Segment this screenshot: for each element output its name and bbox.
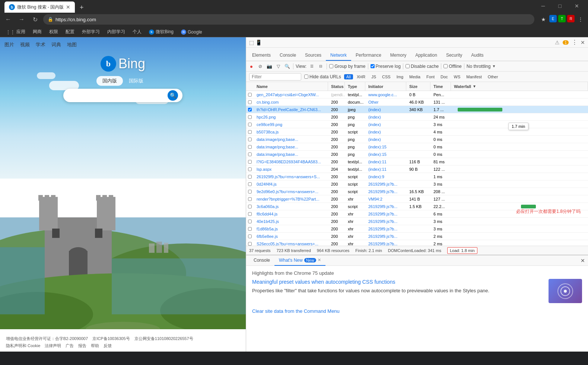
filter-doc[interactable]: Doc [438, 74, 450, 79]
filter-media[interactable]: Media [407, 74, 423, 79]
table-row[interactable]: lsp.aspx204text/pl...(index):1190 B122 .… [246, 166, 588, 173]
filter-all[interactable]: All [344, 74, 353, 79]
group-checkbox-input[interactable] [329, 64, 333, 68]
row-checkbox[interactable] [248, 93, 252, 97]
bookmark-item[interactable]: 个人 [130, 28, 144, 36]
row-checkbox[interactable] [248, 123, 252, 126]
section-title[interactable]: Meaningful preset values when autocomple… [252, 279, 582, 285]
preserve-log-checkbox[interactable]: Preserve log [371, 64, 401, 69]
tab-memory[interactable]: Memory [386, 50, 411, 61]
th-initiator[interactable]: Initiator [365, 82, 406, 91]
ext-icon-4[interactable]: ⋮ [576, 15, 585, 24]
tab-security[interactable]: Security [442, 50, 467, 61]
table-row[interactable]: gen_2047atyp=csi&ei=CbgeXfW...(pendi...t… [246, 91, 588, 98]
filter-xhr[interactable]: XHR [355, 74, 368, 79]
waterfall-sort-icon[interactable]: ▼ [473, 84, 476, 88]
clear-site-data-link[interactable]: Clear site data from the Command Menu [252, 308, 340, 314]
devtools-close-icon[interactable]: ✕ [581, 40, 585, 45]
row-checkbox[interactable] [248, 212, 252, 216]
filter-ws[interactable]: WS [452, 74, 463, 79]
bing-nav-dict[interactable]: 词典 [51, 41, 61, 48]
row-checkbox[interactable] [248, 175, 252, 179]
ext-icon-2[interactable]: T [558, 15, 566, 22]
table-row[interactable]: b50738ca.js200script(index)4 ms [246, 128, 588, 136]
tab-sources[interactable]: Sources [301, 50, 326, 61]
table-row[interactable]: ce98ce99.png200png(index)3 ms [246, 121, 588, 128]
close-button[interactable]: ✕ [568, 0, 585, 12]
row-checkbox[interactable] [248, 242, 252, 246]
table-row[interactable]: l?IG=E38408ED26934F4BAA583...200text/pl.… [246, 158, 588, 166]
disable-cache-checkbox[interactable]: Disable cache [406, 64, 439, 69]
th-size[interactable]: Size [406, 82, 430, 91]
table-row[interactable]: cn.bing.com200docum...Other46.0 KB131 ..… [246, 98, 588, 106]
table-row[interactable]: 261929f9.js?bu=rms+answers+S...200script… [246, 173, 588, 180]
bing-search-button[interactable]: 🔍 [168, 90, 178, 101]
filter-manifest[interactable]: Manifest [464, 74, 484, 79]
panel-close-icon[interactable]: ✕ [581, 258, 585, 264]
camera-button[interactable]: 📷 [266, 63, 273, 70]
ext-icon-1[interactable]: E [549, 15, 557, 22]
forward-button[interactable]: → [16, 14, 27, 25]
bookmark-item[interactable]: 外部学习 [79, 28, 103, 36]
minimize-button[interactable]: ─ [535, 0, 552, 12]
bookmark-item[interactable]: 配置 [63, 28, 77, 36]
table-row[interactable]: data:image/png;base...200png(index):150 … [246, 151, 588, 158]
row-checkbox[interactable] [248, 190, 252, 193]
bookmark-apps[interactable]: ⋮⋮ 应用 [3, 28, 28, 36]
record-button[interactable]: ● [248, 63, 255, 70]
view-list-btn[interactable]: ☰ [308, 63, 315, 70]
hide-urls-checkbox[interactable]: Hide data URLs [304, 74, 341, 79]
whatsnew-close-icon[interactable]: ✕ [318, 258, 321, 262]
tab-performance[interactable]: Performance [351, 50, 386, 61]
row-checkbox[interactable] [248, 160, 252, 164]
tab-elements[interactable]: Elements [248, 50, 275, 61]
refresh-button[interactable]: ↻ [30, 14, 40, 25]
footer-link-privacy[interactable]: 隐私声明和 Cookie [6, 343, 40, 349]
table-row[interactable]: 0d24f4f4.js200script261929f9.js?b...3 ms [246, 180, 588, 188]
table-row[interactable]: th?id=OHR.PeelCastle_ZH-CN63...200jpeg(i… [246, 106, 588, 113]
filter-js[interactable]: JS [369, 74, 378, 79]
table-row[interactable]: hpc26.png200png(index)24 ms [246, 113, 588, 121]
bing-nav-map[interactable]: 地图 [67, 41, 77, 48]
bing-search-box[interactable]: 🔍 [63, 89, 182, 102]
row-checkbox[interactable] [248, 197, 252, 201]
row-checkbox[interactable] [248, 167, 252, 171]
disable-cache-input[interactable] [406, 64, 410, 68]
throttling-dropdown-icon[interactable]: ▼ [492, 64, 496, 68]
table-row[interactable]: 9e2d96e0.js?bu=rms+answers+...200script2… [246, 188, 588, 195]
footer-link-report[interactable]: 报告 [78, 343, 86, 349]
row-checkbox[interactable] [248, 220, 252, 223]
ext-icon-3[interactable]: R [567, 15, 575, 22]
table-row[interactable]: 6fb5e8ee.js200xhr261929f9.js?b...2 ms [246, 233, 588, 240]
bookmark-item[interactable]: 内部学习 [104, 28, 128, 36]
row-checkbox[interactable] [248, 235, 252, 238]
footer-link-help[interactable]: 帮助 [91, 343, 99, 349]
row-checkbox[interactable] [248, 227, 252, 231]
bing-tab-international[interactable]: 国际版 [123, 76, 149, 86]
table-row[interactable]: f1d86b5a.js200xhr261929f9.js?b...3 ms [246, 225, 588, 233]
tab-audits[interactable]: Audits [467, 50, 488, 61]
filter-font[interactable]: Font [424, 74, 437, 79]
th-status[interactable]: Status [328, 82, 345, 91]
bing-tab-domestic[interactable]: 国内版 [96, 76, 123, 86]
filter-input[interactable] [249, 73, 301, 81]
filter-img[interactable]: Img [394, 74, 406, 79]
hide-urls-input[interactable] [304, 75, 308, 79]
th-waterfall[interactable]: Waterfall ▼ [451, 82, 588, 91]
footer-link-legal[interactable]: 法律声明 [45, 343, 61, 349]
bookmark-google[interactable]: G Google [178, 28, 205, 36]
row-checkbox[interactable] [248, 130, 252, 134]
row-checkbox[interactable] [248, 205, 252, 208]
table-row[interactable]: render?bnptrigger=%7B%22Part...200xhrVM9… [246, 195, 588, 203]
preserve-checkbox-input[interactable] [371, 64, 375, 68]
row-checkbox[interactable] [248, 100, 252, 104]
maximize-button[interactable]: □ [552, 0, 568, 12]
tab-application[interactable]: Application [411, 50, 442, 61]
new-tab-button[interactable]: + [76, 2, 87, 13]
filter-css[interactable]: CSS [380, 74, 393, 79]
view-large-btn[interactable]: ⊟ [317, 63, 324, 70]
offline-checkbox[interactable]: Offline [444, 64, 461, 69]
bing-nav-video[interactable]: 视频 [20, 41, 30, 48]
tab-network[interactable]: Network [326, 50, 351, 61]
search-button[interactable]: 🔍 [283, 63, 291, 70]
